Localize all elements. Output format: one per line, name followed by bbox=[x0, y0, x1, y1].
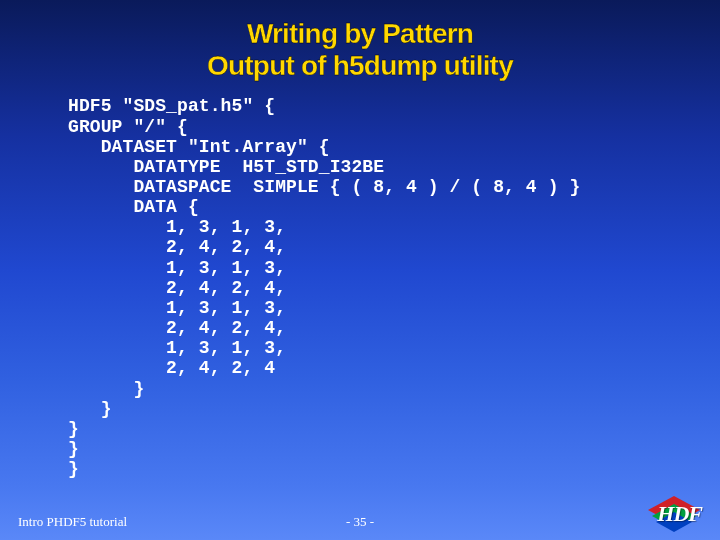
code-output: HDF5 "SDS_pat.h5" { GROUP "/" { DATASET … bbox=[0, 82, 720, 479]
slide-title: Writing by Pattern Output of h5dump util… bbox=[0, 0, 720, 82]
hdf-logo-text: HDF bbox=[657, 501, 702, 527]
title-line-2: Output of h5dump utility bbox=[0, 50, 720, 82]
title-line-1: Writing by Pattern bbox=[0, 18, 720, 50]
footer-left: Intro PHDF5 tutorial bbox=[18, 514, 127, 530]
page-number: - 35 - bbox=[346, 514, 374, 530]
